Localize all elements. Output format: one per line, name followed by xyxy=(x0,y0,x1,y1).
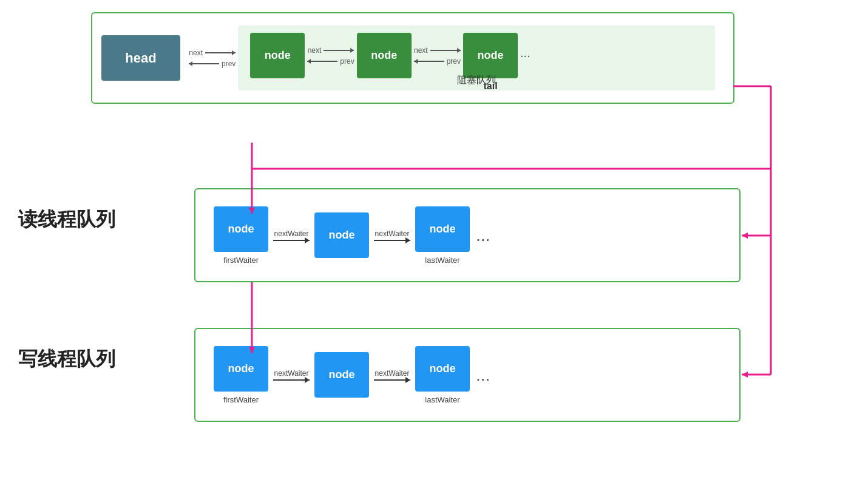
prev-label-3: prev xyxy=(447,57,461,66)
arrow-right-line-3 xyxy=(430,50,461,51)
read-dots: ... xyxy=(476,226,490,245)
head-box: head xyxy=(101,35,180,81)
prev-label-2: prev xyxy=(340,57,354,66)
write-firstwaiter-label: firstWaiter xyxy=(223,395,259,404)
write-arrow-2: nextWaiter xyxy=(374,369,410,381)
write-node-2: node xyxy=(314,352,369,398)
prev-arrow-left: prev xyxy=(189,59,236,68)
read-node-1-label: node xyxy=(228,223,254,236)
read-section-title: 读线程队列 xyxy=(18,206,115,233)
arrow-right-line-2 xyxy=(324,50,354,51)
read-node-2-label: node xyxy=(329,229,355,242)
write-node-3: node xyxy=(415,346,470,392)
queue-inner: node next prev node next xyxy=(238,25,715,90)
tail-node-wrapper: node tail xyxy=(463,33,518,78)
write-node-1: node xyxy=(214,346,268,392)
next-arrow-2: next xyxy=(308,46,354,55)
read-nextwaiter-label-1: nextWaiter xyxy=(274,229,309,238)
queue-node-tail-label: node xyxy=(478,49,504,62)
write-node-3-wrapper: node lastWaiter xyxy=(415,346,470,404)
read-arrow-2: nextWaiter xyxy=(374,229,410,241)
head-label: head xyxy=(125,50,156,66)
next-label-1: next xyxy=(189,49,203,57)
write-node-1-wrapper: node firstWaiter xyxy=(214,346,268,404)
prev-arrow-3: prev xyxy=(414,57,461,66)
read-queue-section: node firstWaiter nextWaiter node nextWai… xyxy=(194,188,741,282)
read-node-3-wrapper: node lastWaiter xyxy=(415,206,470,265)
write-nextwaiter-label-2: nextWaiter xyxy=(375,369,410,378)
next-arrow-3: next xyxy=(414,46,461,55)
queue-label: 阻塞队列 xyxy=(457,74,496,87)
queue-node-1: node xyxy=(250,33,305,78)
write-dots: ... xyxy=(476,365,490,385)
arrow-node2-to-node3: next prev xyxy=(414,46,461,66)
arrow-left-line-2 xyxy=(307,61,337,62)
read-arrow-1: nextWaiter xyxy=(273,229,310,241)
read-arrow-h-1 xyxy=(273,240,310,241)
read-node-2-wrapper: node xyxy=(314,212,369,258)
top-dots: ··· xyxy=(520,49,531,63)
write-lastwaiter-label: lastWaiter xyxy=(425,395,459,404)
write-node-2-wrapper: node xyxy=(314,352,369,398)
arrow-head-to-node1: next prev xyxy=(189,49,236,68)
read-node-3: node xyxy=(415,206,470,252)
svg-marker-5 xyxy=(742,372,748,378)
read-lastwaiter-label: lastWaiter xyxy=(425,256,459,265)
next-label-2: next xyxy=(308,46,322,55)
write-nextwaiter-label-1: nextWaiter xyxy=(274,369,309,378)
svg-marker-3 xyxy=(742,233,748,239)
read-nextwaiter-label-2: nextWaiter xyxy=(375,229,410,238)
write-node-2-label: node xyxy=(329,368,355,381)
next-arrow-right: next xyxy=(189,49,236,57)
write-arrow-h-2 xyxy=(374,379,410,381)
prev-label-1: prev xyxy=(222,59,236,68)
read-node-1-wrapper: node firstWaiter xyxy=(214,206,268,265)
arrow-node1-to-node2: next prev xyxy=(307,46,354,66)
write-node-3-label: node xyxy=(430,362,456,375)
write-arrow-1: nextWaiter xyxy=(273,369,310,381)
diagram-container: head next prev node next xyxy=(0,0,868,482)
prev-arrow-2: prev xyxy=(307,57,354,66)
queue-node-1-label: node xyxy=(265,49,291,62)
write-arrow-h-1 xyxy=(273,379,310,381)
queue-node-tail: node xyxy=(463,33,518,78)
read-firstwaiter-label: firstWaiter xyxy=(223,256,259,265)
arrow-right-line-1 xyxy=(205,52,236,53)
write-queue-section: node firstWaiter nextWaiter node nextWai… xyxy=(194,328,741,422)
read-arrow-h-2 xyxy=(374,240,410,241)
read-node-3-label: node xyxy=(430,223,456,236)
write-section-title: 写线程队列 xyxy=(18,346,115,373)
queue-node-2-label: node xyxy=(371,49,397,62)
queue-node-2: node xyxy=(357,33,412,78)
read-node-2: node xyxy=(314,212,369,258)
blocking-queue-section: head next prev node next xyxy=(91,12,734,104)
read-node-1: node xyxy=(214,206,268,252)
arrow-left-line-3 xyxy=(414,61,444,62)
arrow-left-line-1 xyxy=(189,63,219,64)
write-node-1-label: node xyxy=(228,362,254,375)
next-label-3: next xyxy=(414,46,428,55)
